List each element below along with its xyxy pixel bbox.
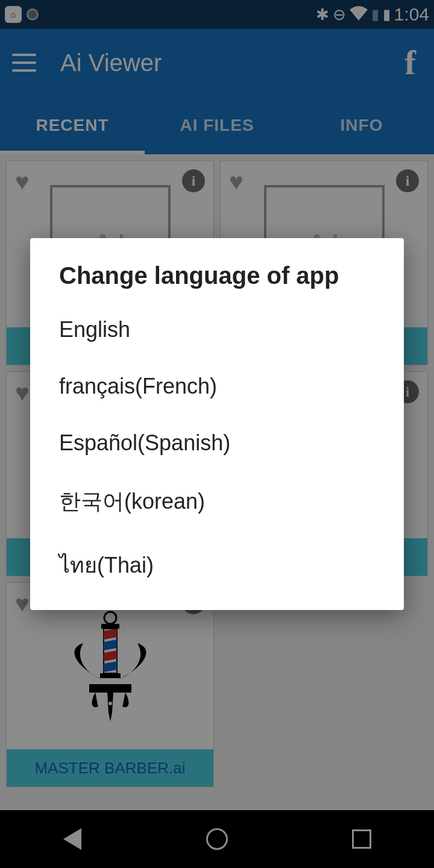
language-option-korean[interactable]: 한국어(korean) [30, 471, 404, 532]
language-option-english[interactable]: English [30, 301, 404, 358]
language-option-french[interactable]: français(French) [30, 358, 404, 415]
dialog-title: Change language of app [30, 262, 404, 301]
language-option-spanish[interactable]: Español(Spanish) [30, 415, 404, 471]
language-option-thai[interactable]: ไทย(Thai) [30, 532, 404, 598]
screen: ⌂ ✱ ⊖ ▮ ▮ 1:04 Ai Viewer f RECENT AI FIL… [0, 0, 434, 868]
change-language-dialog: Change language of app English français(… [30, 238, 404, 610]
